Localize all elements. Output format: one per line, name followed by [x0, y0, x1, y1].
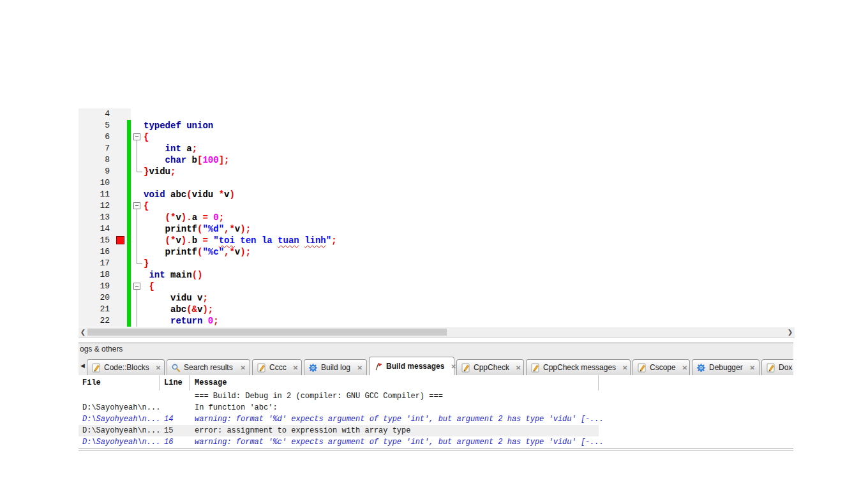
code-text[interactable]: vidu v;: [144, 292, 795, 304]
tab-close-icon[interactable]: ✕: [149, 364, 161, 371]
breakpoint-margin[interactable]: [114, 212, 127, 223]
editor-horizontal-scrollbar[interactable]: ❮ ❯: [79, 327, 795, 337]
log-row[interactable]: D:\Sayohyeah\n...14warning: format '%d' …: [79, 413, 793, 425]
tab-close-icon[interactable]: ✕: [676, 364, 687, 371]
breakpoint-icon[interactable]: [116, 236, 124, 244]
log-row[interactable]: D:\Sayohyeah\n...In function 'abc':: [79, 402, 793, 413]
column-header-message[interactable]: Message: [190, 375, 599, 390]
fold-margin[interactable]: [131, 143, 144, 154]
tab-cscope[interactable]: Cscope✕: [632, 359, 690, 375]
code-line[interactable]: 8 char b[100];: [79, 154, 795, 166]
tab-code-blocks[interactable]: Code::Blocks✕: [87, 359, 165, 375]
breakpoint-margin[interactable]: [114, 258, 127, 269]
fold-collapse-icon[interactable]: [133, 283, 140, 290]
breakpoint-margin[interactable]: [114, 143, 127, 154]
breakpoint-margin[interactable]: [114, 304, 127, 315]
code-line[interactable]: 13 (*v).a = 0;: [79, 212, 795, 223]
breakpoint-margin[interactable]: [114, 246, 127, 258]
tab-close-icon[interactable]: ✕: [616, 364, 627, 371]
code-line[interactable]: 14 printf("%d",*v);: [79, 223, 795, 235]
breakpoint-margin[interactable]: [114, 235, 127, 246]
tab-cppcheck[interactable]: CppCheck✕: [456, 359, 524, 375]
breakpoint-margin[interactable]: [114, 281, 127, 292]
fold-margin[interactable]: [131, 281, 144, 292]
tab-close-icon[interactable]: ✕: [509, 364, 521, 371]
fold-margin[interactable]: [131, 292, 144, 304]
fold-collapse-icon[interactable]: [133, 133, 140, 140]
tab-dox[interactable]: Dox: [761, 359, 793, 375]
code-line[interactable]: 18 int main(): [79, 269, 795, 281]
fold-margin[interactable]: [131, 166, 144, 177]
code-text[interactable]: abc(&v);: [144, 304, 795, 315]
fold-margin[interactable]: [131, 189, 144, 200]
tab-close-icon[interactable]: ✕: [287, 364, 298, 371]
column-header-line[interactable]: Line: [160, 375, 190, 390]
fold-margin[interactable]: [131, 235, 144, 246]
scrollbar-thumb[interactable]: [87, 329, 447, 336]
code-line[interactable]: 19 {: [79, 281, 795, 292]
fold-margin[interactable]: [131, 120, 144, 131]
tab-cccc[interactable]: Cccc✕: [252, 359, 302, 375]
code-line[interactable]: 10: [79, 177, 795, 189]
scroll-right-icon[interactable]: ❯: [786, 327, 795, 337]
code-text[interactable]: }vidu;: [144, 166, 795, 177]
fold-margin[interactable]: [131, 258, 144, 269]
code-text[interactable]: {: [144, 200, 795, 212]
code-text[interactable]: int main(): [144, 269, 795, 281]
fold-margin[interactable]: [131, 154, 144, 166]
fold-margin[interactable]: [131, 223, 144, 235]
code-line[interactable]: 4: [79, 108, 795, 120]
code-text[interactable]: char b[100];: [144, 154, 795, 166]
code-line[interactable]: 20 vidu v;: [79, 292, 795, 304]
tab-search-results[interactable]: Search results✕: [167, 359, 250, 375]
breakpoint-margin[interactable]: [114, 154, 127, 166]
code-text[interactable]: return 0;: [144, 315, 795, 327]
fold-margin[interactable]: [131, 108, 144, 120]
code-line[interactable]: 5typedef union: [79, 120, 795, 131]
fold-margin[interactable]: [131, 200, 144, 212]
breakpoint-margin[interactable]: [114, 292, 127, 304]
fold-margin[interactable]: [131, 131, 144, 143]
scroll-left-icon[interactable]: ❮: [79, 327, 87, 337]
breakpoint-margin[interactable]: [114, 131, 127, 143]
code-text[interactable]: typedef union: [144, 120, 795, 131]
fold-collapse-icon[interactable]: [133, 202, 140, 209]
tab-cppcheck-messages[interactable]: CppCheck messages✕: [526, 359, 631, 375]
code-line[interactable]: 11void abc(vidu *v): [79, 189, 795, 200]
breakpoint-margin[interactable]: [114, 315, 127, 327]
code-text[interactable]: [144, 177, 795, 189]
breakpoint-margin[interactable]: [114, 189, 127, 200]
tab-scroll-left-icon[interactable]: ◀: [79, 361, 86, 370]
tab-close-icon[interactable]: ✕: [444, 363, 456, 370]
tab-close-icon[interactable]: ✕: [234, 364, 246, 371]
code-text[interactable]: (*v).b = "toi ten la tuan linh";: [144, 235, 795, 246]
code-text[interactable]: [144, 108, 795, 120]
fold-margin[interactable]: [131, 212, 144, 223]
code-line[interactable]: 7 int a;: [79, 143, 795, 154]
code-line[interactable]: 6{: [79, 131, 795, 143]
code-editor[interactable]: 45typedef union6{7 int a;8 char b[100];9…: [79, 103, 795, 327]
log-row[interactable]: D:\Sayohyeah\n...15error: assignment to …: [79, 425, 793, 436]
code-text[interactable]: {: [144, 281, 795, 292]
code-text[interactable]: printf("%c",*v);: [144, 246, 795, 258]
code-text[interactable]: printf("%d",*v);: [144, 223, 795, 235]
tab-close-icon[interactable]: ✕: [351, 364, 363, 371]
code-line[interactable]: 21 abc(&v);: [79, 304, 795, 315]
tab-close-icon[interactable]: ✕: [744, 364, 755, 371]
tab-build-messages[interactable]: Build messages✕: [369, 357, 454, 375]
fold-margin[interactable]: [131, 304, 144, 315]
fold-margin[interactable]: [131, 177, 144, 189]
breakpoint-margin[interactable]: [114, 108, 127, 120]
breakpoint-margin[interactable]: [114, 200, 127, 212]
code-line[interactable]: 16 printf("%c",*v);: [79, 246, 795, 258]
code-text[interactable]: }: [144, 258, 795, 269]
breakpoint-margin[interactable]: [114, 166, 127, 177]
code-line[interactable]: 15 (*v).b = "toi ten la tuan linh";: [79, 235, 795, 246]
code-text[interactable]: void abc(vidu *v): [144, 189, 795, 200]
code-text[interactable]: {: [144, 131, 795, 143]
log-row[interactable]: D:\Sayohyeah\n...16warning: format '%c' …: [79, 436, 793, 448]
fold-margin[interactable]: [131, 315, 144, 327]
tab-build-log[interactable]: Build log✕: [304, 359, 367, 375]
fold-margin[interactable]: [131, 246, 144, 258]
code-line[interactable]: 12{: [79, 200, 795, 212]
